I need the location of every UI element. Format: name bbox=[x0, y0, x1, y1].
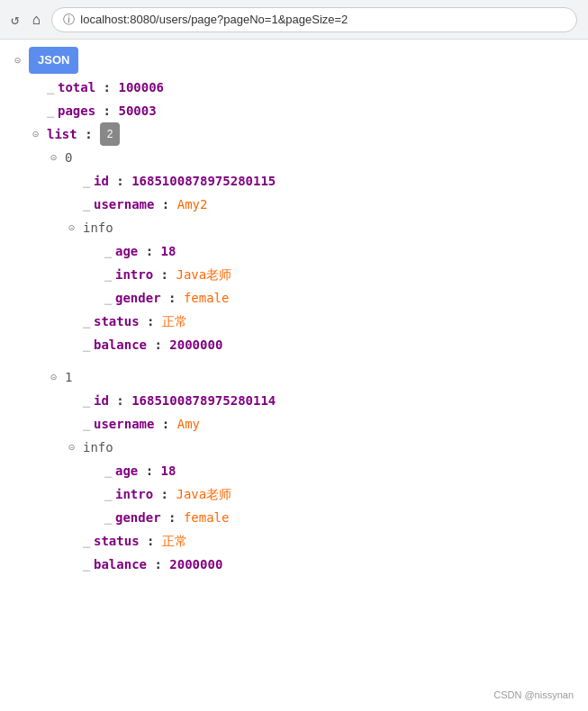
item0-username-key: username bbox=[94, 193, 154, 216]
item0-intro-key: intro bbox=[115, 263, 153, 286]
item0-intro-row: ⎯ intro : Java老师 bbox=[14, 263, 574, 286]
item0-intro-val: Java老师 bbox=[176, 263, 231, 286]
item0-id-row: ⎯ id : 1685100878975280115 bbox=[14, 169, 574, 193]
item1-id-val: 1685100878975280114 bbox=[131, 389, 276, 412]
pages-val: 50003 bbox=[118, 99, 156, 122]
item0-gender-row: ⎯ gender : female bbox=[14, 286, 574, 310]
item0-balance-key: balance bbox=[94, 333, 147, 356]
total-val: 100006 bbox=[118, 76, 164, 99]
list-collapse[interactable]: ⊝ bbox=[32, 122, 43, 146]
total-row: ⎯ total : 100006 bbox=[14, 76, 574, 99]
item1-gender-row: ⎯ gender : female bbox=[14, 506, 574, 529]
info-icon: ⓘ bbox=[63, 12, 75, 28]
url-text: localhost:8080/users/page?pageNo=1&pageS… bbox=[80, 13, 348, 26]
refresh-icon[interactable]: ↺ bbox=[11, 11, 20, 28]
json-content: ⊝ JSON ⎯ total : 100006 ⎯ pages : 50003 … bbox=[0, 40, 588, 583]
json-badge: JSON bbox=[29, 47, 78, 74]
item0-status-row: ⎯ status : 正常 bbox=[14, 310, 574, 333]
item1-username-val: Amy bbox=[177, 412, 200, 436]
pages-key: pages bbox=[58, 99, 95, 122]
item0-collapse[interactable]: ⊝ bbox=[50, 146, 61, 169]
item0-balance-row: ⎯ balance : 2000000 bbox=[14, 333, 574, 356]
item1-age-row: ⎯ age : 18 bbox=[14, 459, 574, 482]
item0-status-key: status bbox=[94, 310, 140, 333]
home-icon[interactable]: ⌂ bbox=[32, 11, 41, 28]
item1-balance-row: ⎯ balance : 2000000 bbox=[14, 553, 574, 576]
item1-collapse[interactable]: ⊝ bbox=[50, 365, 61, 389]
list-row: ⊝ list : 2 bbox=[14, 122, 574, 146]
list-badge: 2 bbox=[100, 122, 120, 146]
item1-age-key: age bbox=[115, 459, 138, 482]
item0-id-key: id bbox=[94, 169, 109, 193]
item1-age-val: 18 bbox=[161, 459, 176, 482]
item0-username-val: Amy2 bbox=[177, 193, 208, 216]
item1-info-collapse[interactable]: ⊝ bbox=[68, 436, 79, 459]
item1-info-row: ⊝ info bbox=[14, 436, 574, 459]
address-bar[interactable]: ⓘ localhost:8080/users/page?pageNo=1&pag… bbox=[51, 7, 577, 32]
item1-status-key: status bbox=[94, 529, 140, 553]
item0-age-val: 18 bbox=[161, 239, 176, 263]
root-row: ⊝ JSON bbox=[14, 47, 574, 74]
item1-balance-key: balance bbox=[94, 553, 147, 576]
item0-info-key: info bbox=[83, 216, 113, 239]
item1-status-row: ⎯ status : 正常 bbox=[14, 529, 574, 553]
item1-gender-val: female bbox=[184, 506, 230, 529]
item0-index: 0 bbox=[65, 146, 72, 169]
item1-gender-key: gender bbox=[115, 506, 161, 529]
item1-index: 1 bbox=[65, 365, 72, 389]
item1-id-key: id bbox=[94, 389, 109, 412]
item1-id-row: ⎯ id : 1685100878975280114 bbox=[14, 389, 574, 412]
item1-balance-val: 2000000 bbox=[169, 553, 222, 576]
item1-info-key: info bbox=[83, 436, 113, 459]
item0-gender-val: female bbox=[184, 286, 230, 310]
item0-age-row: ⎯ age : 18 bbox=[14, 239, 574, 263]
item0-age-key: age bbox=[115, 239, 138, 263]
item1-username-key: username bbox=[94, 412, 154, 436]
watermark: CSDN @nissynan bbox=[493, 689, 574, 700]
item0-status-val: 正常 bbox=[162, 310, 187, 333]
item1-intro-val: Java老师 bbox=[176, 482, 231, 506]
item0-row: ⊝ 0 bbox=[14, 146, 574, 169]
total-key: total bbox=[58, 76, 95, 99]
item0-balance-val: 2000000 bbox=[169, 333, 222, 356]
pages-row: ⎯ pages : 50003 bbox=[14, 99, 574, 122]
item1-status-val: 正常 bbox=[162, 529, 187, 553]
item1-username-row: ⎯ username : Amy bbox=[14, 412, 574, 436]
browser-icons: ↺ ⌂ bbox=[11, 11, 41, 28]
item0-info-row: ⊝ info bbox=[14, 216, 574, 239]
root-collapse[interactable]: ⊝ bbox=[14, 49, 25, 72]
item1-intro-row: ⎯ intro : Java老师 bbox=[14, 482, 574, 506]
item0-id-val: 1685100878975280115 bbox=[131, 169, 276, 193]
list-key: list bbox=[47, 122, 77, 146]
item0-info-collapse[interactable]: ⊝ bbox=[68, 216, 79, 239]
item1-intro-key: intro bbox=[115, 482, 153, 506]
item1-row: ⊝ 1 bbox=[14, 365, 574, 389]
item0-gender-key: gender bbox=[115, 286, 161, 310]
item0-username-row: ⎯ username : Amy2 bbox=[14, 193, 574, 216]
browser-bar: ↺ ⌂ ⓘ localhost:8080/users/page?pageNo=1… bbox=[0, 0, 588, 40]
